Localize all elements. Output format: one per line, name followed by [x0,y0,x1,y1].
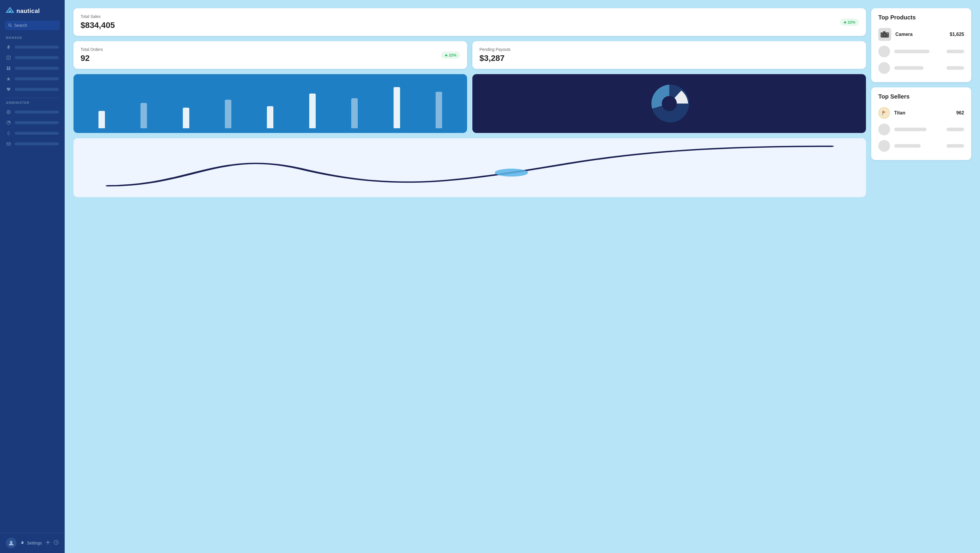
up-arrow-icon [445,54,448,56]
svg-point-14 [8,112,10,113]
total-orders-badge-value: 22% [449,53,457,57]
bar-group [436,80,442,128]
line-chart-svg [81,143,859,192]
sidebar-item-label [15,142,59,145]
settings-icon [6,110,11,115]
skeleton-text [894,50,929,53]
skeleton-text [894,66,924,70]
bar-chart [73,74,467,133]
product-thumb-camera [878,28,891,41]
integrations-icon [6,131,11,136]
sidebar-item-label [15,88,59,91]
sidebar-item-manage-1[interactable] [0,42,65,53]
skeleton-price [947,50,964,53]
orders-icon [6,55,11,60]
bar [183,108,189,128]
seller-avatar-titan [878,107,890,119]
bar-group [225,80,231,128]
manage-section-label: MANAGE [0,36,65,42]
skeleton-avatar [878,62,890,74]
sidebar-item-label [15,56,59,59]
product-item-camera: Camera $1,625 [878,25,964,43]
theme-icon[interactable] [45,540,51,546]
analytics-icon [6,120,11,125]
total-sales-badge: 22% [840,19,859,26]
total-orders-badge: 22% [441,51,460,59]
search-bar[interactable] [5,21,60,30]
sidebar-item-label [15,132,59,135]
skeleton-price [947,66,964,70]
svg-point-33 [884,34,885,36]
svg-rect-10 [7,67,8,68]
logo-text: nautical [16,8,40,14]
skeleton-avatar [878,140,890,152]
sidebar-nav: MANAGE [0,36,65,533]
sidebar: nautical MANAGE [0,0,65,553]
top-sellers-title: Top Sellers [878,93,964,100]
bar [225,100,231,128]
notifications-icon [6,141,11,147]
bar-group [183,80,189,128]
svg-point-36 [879,108,889,118]
svg-rect-9 [9,68,10,70]
user-avatar[interactable] [6,538,16,548]
logo-icon [6,6,14,15]
sidebar-item-admin-3[interactable] [0,128,65,139]
svg-point-23 [47,542,49,543]
top-products-title: Top Products [878,14,964,21]
seller-skeleton-2 [878,138,964,154]
product-skeleton-2 [878,60,964,76]
svg-point-29 [662,96,677,111]
search-input[interactable] [14,23,56,28]
total-sales-card: Total Sales $834,405 22% [73,8,866,36]
collapse-icon[interactable] [54,540,59,546]
sidebar-item-label [15,46,59,49]
skeleton-price [947,127,964,131]
bar-group [140,80,147,128]
sidebar-item-admin-2[interactable] [0,117,65,128]
camera-thumbnail [880,30,889,39]
sidebar-item-label [15,67,59,70]
favorites-icon [6,87,11,92]
skeleton-text [894,144,921,148]
bar [140,103,147,128]
settings-label: Settings [27,541,42,545]
seller-item-titan: Titan 962 [878,105,964,121]
bar-group [267,80,274,128]
sidebar-item-admin-1[interactable] [0,107,65,117]
sidebar-item-admin-4[interactable] [0,139,65,149]
settings-icon [20,541,25,545]
top-products-card: Top Products Camera $1,625 [871,8,971,82]
pending-payouts-label: Pending Payouts [479,47,859,52]
sidebar-item-manage-4[interactable] [0,73,65,84]
product-name-camera: Camera [895,32,946,37]
sidebar-item-label [15,77,59,80]
sidebar-item-manage-3[interactable] [0,63,65,73]
product-price-camera: $1,625 [950,32,964,37]
total-orders-info: Total Orders 92 [81,47,103,63]
svg-rect-34 [883,31,885,32]
top-sellers-card: Top Sellers Titan 962 [871,88,971,160]
featured-icon [6,76,11,81]
total-sales-info: Total Sales $834,405 [81,14,115,30]
pending-payouts-card: Pending Payouts $3,287 [473,41,866,69]
product-skeleton-1 [878,43,964,60]
charts-row [73,74,866,133]
bar [309,94,316,128]
bar [394,87,400,128]
total-orders-card: Total Orders 92 22% [73,41,467,69]
stats-row: Total Orders 92 22% Pending Payouts $3,2… [73,41,866,69]
gear-icon [6,45,11,50]
sidebar-item-manage-5[interactable] [0,84,65,95]
bar-group [351,80,358,128]
bar [436,92,442,128]
sidebar-item-manage-2[interactable] [0,53,65,63]
svg-point-21 [10,541,12,543]
settings-link[interactable]: Settings [20,541,42,545]
line-chart-dot [495,169,528,177]
up-arrow-icon [843,21,846,23]
seller-count-titan: 962 [956,110,964,116]
seller-skeleton-1 [878,121,964,138]
bar [351,98,358,128]
svg-rect-11 [9,67,10,68]
